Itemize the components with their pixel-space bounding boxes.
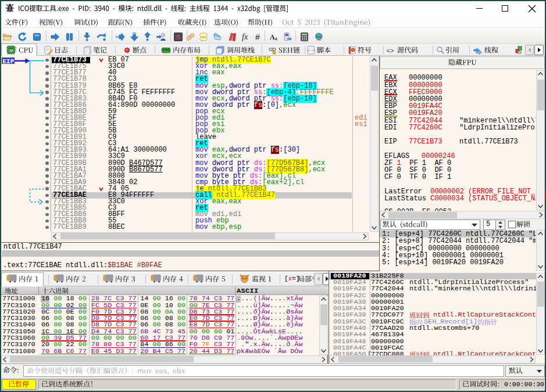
svg-text:#: # — [255, 33, 260, 42]
svg-text:S: S — [176, 33, 180, 41]
svg-text:A: A — [270, 33, 275, 41]
svg-text:32: 32 — [9, 49, 13, 52]
svg-text:<>: <> — [386, 48, 394, 55]
svg-text:z: z — [275, 35, 277, 41]
svg-text:<·>: <·> — [308, 48, 315, 53]
svg-text:fx: fx — [242, 33, 248, 41]
svg-text:!: ! — [274, 51, 275, 55]
